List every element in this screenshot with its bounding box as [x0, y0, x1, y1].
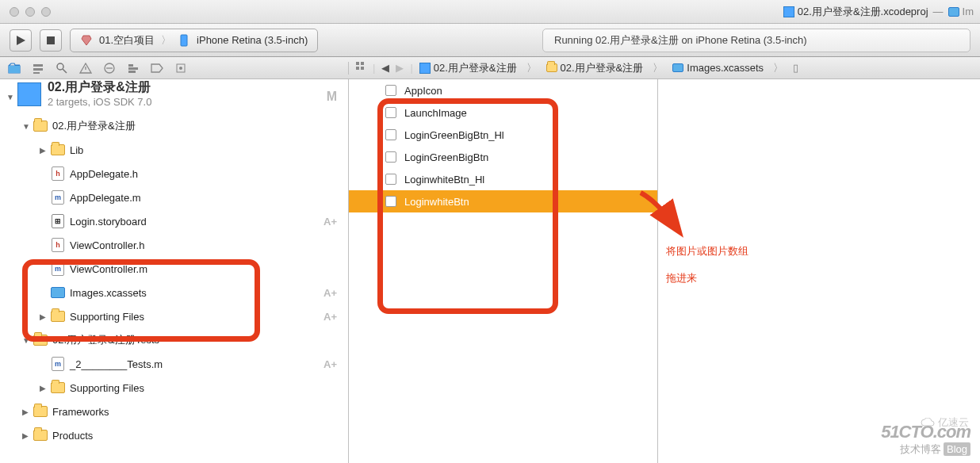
xcassets-icon — [672, 63, 683, 72]
issue-navigator-tab[interactable] — [79, 62, 92, 75]
scheme-project-label: 01.空白项目 — [99, 33, 155, 48]
disclosure-triangle[interactable]: ▼ — [22, 122, 30, 131]
navigator-item[interactable]: hViewController.h — [0, 233, 348, 257]
navigator-item-label: Supporting Files — [70, 382, 144, 394]
svg-rect-14 — [128, 71, 136, 73]
folder-icon — [546, 63, 557, 72]
asset-list-item[interactable]: LaunchImage — [349, 101, 657, 124]
traffic-lights — [0, 7, 51, 17]
target-icon — [80, 34, 93, 47]
xcodeproj-icon — [419, 63, 431, 74]
back-button[interactable]: ◀ — [381, 62, 389, 74]
header-file-icon: h — [51, 238, 65, 252]
folder-icon — [51, 309, 65, 323]
run-button[interactable] — [10, 29, 32, 52]
chevron-right-icon: 〉 — [770, 61, 787, 75]
folder-icon — [33, 404, 48, 419]
svg-rect-18 — [356, 62, 359, 65]
find-navigator-tab[interactable] — [56, 62, 68, 75]
disclosure-triangle[interactable]: ▶ — [40, 384, 48, 392]
svg-rect-2 — [181, 35, 187, 46]
navigator-item[interactable]: ▶Products — [0, 423, 348, 447]
navigator-item[interactable]: ▼02.用户登录&注册 — [0, 114, 348, 138]
debug-navigator-tab[interactable] — [127, 62, 140, 75]
scm-status-badge: M — [327, 90, 337, 104]
xcodeproj-icon — [17, 82, 41, 106]
implementation-file-icon: m — [51, 190, 65, 205]
main-content: ▼ 02.用户登录&注册 2 targets, iOS SDK 7.0 M ▼0… — [0, 79, 980, 463]
window-tab-label: 02.用户登录&注册.xcodeproj — [798, 5, 928, 19]
project-root-item[interactable]: ▼ 02.用户登录&注册 2 targets, iOS SDK 7.0 M — [0, 79, 348, 114]
project-navigator-tab[interactable] — [8, 62, 21, 75]
navigator-item[interactable]: ▶Lib — [0, 138, 348, 162]
svg-rect-13 — [128, 64, 133, 67]
disclosure-triangle[interactable]: ▶ — [22, 431, 30, 440]
xcodeproj-icon — [783, 6, 794, 17]
related-items-icon[interactable] — [355, 61, 366, 75]
imageset-icon — [385, 174, 396, 185]
navigator-item[interactable]: ▼02.用户登录&注册Tests — [0, 328, 348, 352]
asset-list-item[interactable]: AppIcon — [349, 79, 657, 101]
disclosure-triangle[interactable]: ▶ — [40, 146, 48, 155]
jumpbar-group[interactable]: 02.用户登录&注册 — [546, 61, 644, 75]
navigator-item[interactable]: hAppDelegate.h — [0, 162, 348, 186]
folder-icon — [51, 381, 65, 395]
asset-list-item[interactable]: LoginGreenBigBtn_Hl — [349, 124, 657, 146]
disclosure-triangle[interactable]: ▶ — [22, 408, 30, 416]
scheme-device-label: iPhone Retina (3.5-inch) — [197, 34, 308, 46]
navigator-item[interactable]: ▶Supporting FilesA+ — [0, 304, 348, 328]
disclosure-triangle[interactable]: ▶ — [40, 312, 48, 321]
navigator-item[interactable]: Images.xcassetsA+ — [0, 281, 348, 304]
jumpbar-end-icon[interactable]: ▯ — [793, 62, 798, 74]
folder-icon — [51, 143, 65, 157]
minimize-window-button[interactable] — [25, 7, 35, 17]
disclosure-triangle[interactable]: ▼ — [6, 93, 14, 101]
svg-rect-19 — [361, 62, 364, 65]
forward-button[interactable]: ▶ — [396, 62, 404, 74]
disclosure-triangle[interactable]: ▼ — [22, 336, 30, 345]
svg-marker-0 — [17, 36, 25, 45]
window-tab-active[interactable]: 02.用户登录&注册.xcodeproj — [783, 5, 928, 19]
svg-rect-5 — [33, 72, 40, 74]
test-navigator-tab[interactable] — [103, 62, 116, 75]
asset-item-label: LoginwhiteBtn — [404, 196, 469, 208]
chevron-right-icon: 〉 — [161, 33, 171, 48]
asset-list-item[interactable]: LoginwhiteBtn_Hl — [349, 168, 657, 190]
imageset-icon — [385, 107, 396, 118]
watermark: 51CTO.com 技术博客 Blog — [881, 422, 970, 457]
status-text: Running 02.用户登录&注册 on iPhone Retina (3.5… — [554, 33, 807, 48]
play-icon — [15, 35, 26, 46]
asset-list-item[interactable]: LoginGreenBigBtn — [349, 146, 657, 168]
navigator-item-label: AppDelegate.h — [70, 168, 138, 180]
window-tab-separator: — — [933, 6, 944, 17]
navigator-item-label: Login.storyboard — [70, 216, 147, 228]
asset-item-label: LoginwhiteBtn_Hl — [404, 174, 484, 186]
svg-rect-21 — [361, 67, 364, 70]
header-file-icon: h — [51, 166, 65, 181]
jumpbar-project[interactable]: 02.用户登录&注册 — [419, 61, 517, 75]
svg-rect-12 — [128, 67, 138, 70]
close-window-button[interactable] — [10, 7, 19, 17]
stop-button[interactable] — [40, 29, 62, 52]
navigator-item-label: Supporting Files — [70, 311, 144, 323]
scheme-selector[interactable]: 01.空白项目 〉 iPhone Retina (3.5-inch) — [70, 29, 318, 52]
navigator-item[interactable]: ▶Frameworks — [0, 400, 348, 423]
svg-point-17 — [179, 67, 182, 70]
implementation-file-icon: m — [51, 357, 65, 371]
window-titlebar: 02.用户登录&注册.xcodeproj — Im — [0, 0, 980, 24]
navigator-item[interactable]: mAppDelegate.m — [0, 186, 348, 209]
svg-rect-4 — [33, 68, 43, 71]
zoom-window-button[interactable] — [41, 7, 51, 17]
svg-point-6 — [57, 63, 63, 70]
asset-list-item[interactable]: LoginwhiteBtn — [349, 190, 657, 212]
navigator-item[interactable]: ▶Supporting Files — [0, 376, 348, 400]
navigator-item[interactable]: ⊞Login.storyboardA+ — [0, 209, 348, 233]
folder-icon — [33, 119, 48, 133]
report-navigator-tab[interactable] — [174, 62, 187, 75]
navigator-item[interactable]: mViewController.m — [0, 257, 348, 281]
jumpbar-file[interactable]: Images.xcassets — [672, 62, 764, 74]
symbol-navigator-tab[interactable] — [32, 62, 44, 75]
breakpoint-navigator-tab[interactable] — [151, 62, 163, 75]
navigator-item[interactable]: m_2________Tests.mA+ — [0, 352, 348, 376]
window-tab-secondary[interactable]: Im — [948, 6, 974, 17]
